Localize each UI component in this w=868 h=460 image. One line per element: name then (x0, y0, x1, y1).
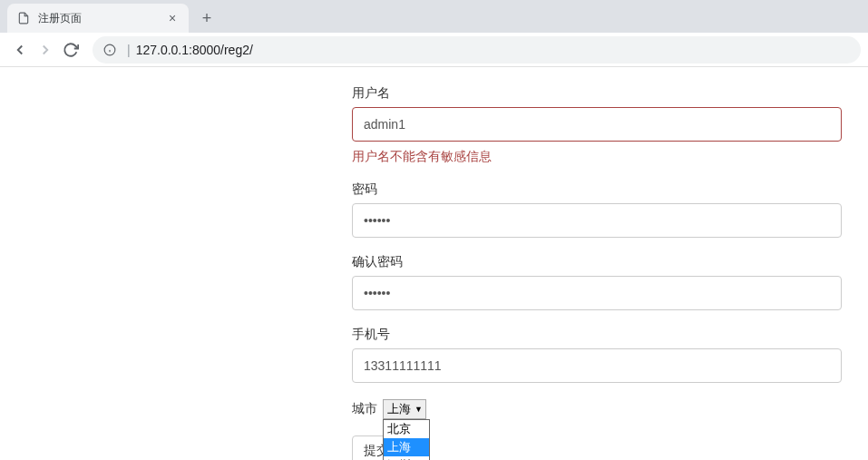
chevron-down-icon: ▼ (414, 405, 423, 414)
page-icon (16, 11, 31, 25)
confirm-password-label: 确认密码 (352, 254, 842, 270)
password-input[interactable] (352, 203, 842, 238)
address-bar[interactable]: | 127.0.0.1:8000/reg2/ (93, 36, 861, 64)
url-text: 127.0.0.1:8000/reg2/ (136, 43, 253, 57)
close-icon[interactable]: × (165, 11, 180, 25)
username-label: 用户名 (352, 85, 842, 102)
tab-title: 注册页面 (38, 11, 165, 26)
forward-button[interactable] (33, 37, 58, 63)
password-label: 密码 (352, 181, 842, 198)
phone-label: 手机号 (352, 327, 842, 343)
registration-form: 用户名 用户名不能含有敏感信息 密码 确认密码 手机号 城市 上海 ▼ (352, 85, 842, 460)
separator: | (127, 43, 131, 57)
new-tab-button[interactable]: + (194, 5, 219, 31)
back-button[interactable] (7, 37, 33, 63)
username-error: 用户名不能含有敏感信息 (352, 149, 842, 165)
reload-button[interactable] (58, 37, 83, 63)
city-dropdown: 北京 上海 深圳 广州 天津 (383, 419, 430, 460)
city-option[interactable]: 上海 (384, 438, 429, 456)
city-selected-value: 上海 (387, 401, 411, 417)
confirm-password-input[interactable] (352, 276, 842, 310)
browser-toolbar: | 127.0.0.1:8000/reg2/ (0, 33, 868, 67)
city-option[interactable]: 北京 (384, 420, 429, 438)
city-option[interactable]: 深圳 (384, 456, 429, 460)
tab-bar: 注册页面 × + (0, 0, 868, 33)
info-icon (103, 44, 116, 56)
city-label: 城市 (352, 401, 377, 417)
username-input[interactable] (352, 107, 842, 142)
browser-tab[interactable]: 注册页面 × (7, 4, 189, 33)
phone-input[interactable] (352, 348, 842, 383)
city-select[interactable]: 上海 ▼ (383, 399, 426, 419)
